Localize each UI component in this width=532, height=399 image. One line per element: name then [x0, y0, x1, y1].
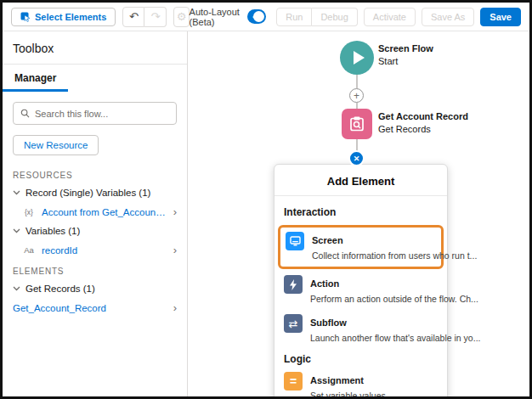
get-records-node-label: Get Account Record Get Records: [378, 110, 468, 136]
activate-button[interactable]: Activate: [364, 8, 416, 26]
flow-search: [13, 102, 177, 125]
redo-icon: ↷: [150, 10, 160, 23]
lightning-icon: [284, 275, 303, 294]
add-element-popup: Add Element Interaction: [274, 164, 448, 396]
close-icon: ✕: [354, 155, 360, 163]
logic-section-header: Logic: [284, 353, 438, 365]
assignment-item-description: Set variable values.: [310, 391, 388, 396]
elements-section-label: ELEMENTS: [3, 260, 187, 279]
text-variable-icon: Aa: [21, 245, 37, 255]
auto-layout-label: Auto-Layout (Beta): [190, 7, 241, 27]
action-item-description: Perform an action outside of the flow. C…: [310, 294, 478, 304]
close-add-element-node[interactable]: ✕: [348, 150, 365, 166]
search-icon: [20, 109, 30, 118]
get-records-group-label: Get Records (1): [25, 284, 95, 294]
debug-button[interactable]: Debug: [312, 8, 357, 26]
chevron-down-icon: [13, 190, 20, 195]
resource-recordid[interactable]: Aa recordId ›: [3, 240, 187, 260]
menu-item-assignment[interactable]: = Assignment Set variable values.: [284, 372, 438, 396]
save-as-button[interactable]: Save As: [422, 8, 474, 26]
menu-item-subflow[interactable]: ⇄ Subflow Launch another flow that's ava…: [284, 314, 438, 345]
main-body: Toolbox Manager New Resource RESOURCES: [3, 31, 529, 396]
run-debug-group: Run Debug: [276, 8, 358, 26]
variables-group-label: Variables (1): [25, 226, 80, 236]
redo-button[interactable]: ↷: [144, 7, 167, 27]
select-elements-label: Select Elements: [35, 12, 106, 22]
tab-manager[interactable]: Manager: [3, 65, 68, 92]
screen-icon: [286, 232, 304, 250]
record-variables-group[interactable]: Record (Single) Variables (1): [3, 183, 187, 202]
get-records-group[interactable]: Get Records (1): [3, 279, 187, 298]
chevron-right-icon[interactable]: ›: [173, 302, 177, 313]
interaction-section-header: Interaction: [284, 206, 438, 218]
action-item-label: Action: [310, 278, 339, 289]
flow-builder-app: Select Elements ↶ ↷ ⚙ Auto-Layout (Beta)…: [3, 3, 529, 396]
add-element-plus-node[interactable]: +: [349, 88, 364, 103]
chevron-right-icon[interactable]: ›: [173, 244, 177, 256]
start-node[interactable]: [340, 41, 374, 75]
screen-item-description: Collect information from users who run t…: [312, 250, 477, 261]
plus-icon: +: [354, 91, 359, 101]
auto-layout-toggle[interactable]: ✓: [247, 9, 266, 24]
search-input[interactable]: [35, 109, 169, 119]
chevron-down-icon: [13, 286, 20, 291]
toolbox-title: Toolbox: [3, 31, 187, 64]
toggle-knob: [253, 11, 264, 22]
chevron-right-icon[interactable]: ›: [173, 206, 177, 217]
popup-title: Add Element: [274, 165, 447, 196]
play-icon: [354, 51, 365, 65]
screen-item-highlight: Screen Collect information from users wh…: [278, 225, 444, 269]
toolbox-sidebar: Toolbox Manager New Resource RESOURCES: [3, 31, 188, 396]
resources-section-label: RESOURCES: [3, 164, 187, 183]
start-node-label: Screen Flow Start: [378, 42, 433, 68]
element-get-account-record[interactable]: Get_Account_Record ›: [3, 298, 187, 318]
start-node-subtitle: Start: [378, 56, 398, 66]
run-button[interactable]: Run: [276, 8, 312, 26]
assignment-item-label: Assignment: [310, 375, 364, 385]
auto-layout-control: Auto-Layout (Beta) ✓: [190, 7, 267, 27]
screenshot-frame: Select Elements ↶ ↷ ⚙ Auto-Layout (Beta)…: [0, 0, 532, 399]
settings-button[interactable]: ⚙: [173, 7, 189, 27]
get-records-node-subtitle: Get Records: [378, 124, 431, 134]
popup-body: Interaction: [274, 196, 447, 396]
menu-item-action[interactable]: Action Perform an action outside of the …: [284, 275, 438, 306]
save-button[interactable]: Save: [480, 8, 521, 26]
select-elements-button[interactable]: Select Elements: [11, 8, 116, 26]
gear-icon: ⚙: [177, 10, 187, 23]
get-records-icon: [348, 115, 365, 132]
connector-line: [356, 75, 358, 88]
select-elements-icon: [20, 12, 31, 22]
flow-canvas[interactable]: Screen Flow Start + Get Account Record: [188, 31, 529, 396]
new-resource-button[interactable]: New Resource: [13, 135, 99, 155]
get-records-node-title: Get Account Record: [378, 110, 468, 123]
start-node-title: Screen Flow: [378, 42, 433, 55]
screen-item-label: Screen: [312, 235, 343, 245]
record-variable-icon: {x}: [21, 208, 37, 216]
equals-icon: =: [284, 372, 303, 391]
toolbar-actions: Run Debug Activate Save As Save: [276, 8, 521, 26]
resource-account-record-link[interactable]: Account from Get_Account_Record: [42, 207, 168, 217]
element-get-account-record-link[interactable]: Get_Account_Record: [13, 303, 168, 313]
resource-recordid-link[interactable]: recordId: [42, 245, 168, 256]
undo-button[interactable]: ↶: [122, 7, 144, 27]
chevron-down-icon: [13, 228, 20, 233]
subflow-icon: ⇄: [284, 314, 303, 333]
toolbar: Select Elements ↶ ↷ ⚙ Auto-Layout (Beta)…: [3, 3, 529, 31]
subflow-item-label: Subflow: [310, 318, 347, 328]
connector-line: [356, 103, 358, 109]
subflow-item-description: Launch another flow that's available in …: [310, 333, 480, 343]
menu-item-screen[interactable]: Screen Collect information from users wh…: [286, 232, 436, 262]
undo-redo-group: ↶ ↷: [122, 7, 167, 27]
record-variables-group-label: Record (Single) Variables (1): [25, 188, 150, 198]
get-records-node[interactable]: [342, 109, 372, 139]
resource-account-record[interactable]: {x} Account from Get_Account_Record ›: [3, 202, 187, 222]
undo-icon: ↶: [129, 10, 139, 23]
variables-group[interactable]: Variables (1): [3, 222, 187, 240]
